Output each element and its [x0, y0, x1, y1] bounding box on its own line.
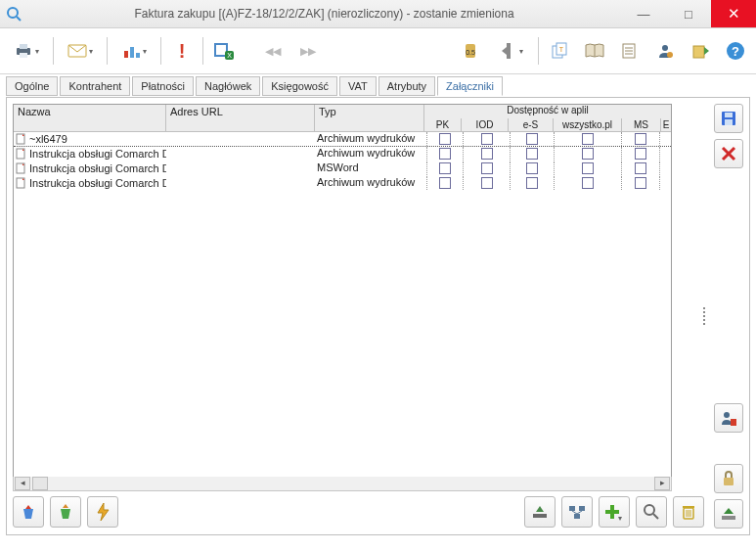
lock-button[interactable]	[714, 464, 743, 493]
table-row[interactable]: Instrukcja obsługi Comarch DArchiwum wyd…	[14, 147, 671, 161]
checkbox[interactable]	[481, 148, 493, 160]
grid-body[interactable]: ~xl6479Archiwum wydrukówInstrukcja obsłu…	[14, 132, 671, 486]
checkbox[interactable]	[635, 148, 646, 160]
checkbox-cell[interactable]	[554, 132, 621, 146]
checkbox-cell[interactable]	[554, 161, 621, 175]
bucket-in-button[interactable]	[13, 496, 44, 528]
dimensions-button[interactable]: 0.5	[456, 36, 485, 66]
checkbox-cell[interactable]	[426, 147, 463, 161]
col-e[interactable]: E	[661, 118, 671, 132]
checkbox[interactable]	[439, 177, 451, 189]
checkbox-cell[interactable]	[426, 132, 463, 146]
checkbox[interactable]	[481, 133, 493, 145]
checkbox[interactable]	[439, 148, 451, 160]
checkbox-cell[interactable]	[554, 176, 621, 190]
table-row[interactable]: ~xl6479Archiwum wydruków	[14, 132, 671, 147]
print-button[interactable]: ▾	[6, 36, 47, 66]
network-button[interactable]	[561, 496, 593, 528]
checkbox[interactable]	[526, 148, 538, 160]
col-ms[interactable]: MS	[622, 118, 661, 132]
col-url[interactable]: Adres URL	[166, 105, 315, 132]
tab-ogolne[interactable]: Ogólne	[6, 76, 58, 96]
bolt-button[interactable]	[87, 496, 118, 528]
nav-prev-button[interactable]: ◀◀	[258, 36, 288, 66]
checkbox-cell[interactable]	[659, 132, 669, 146]
scroll-right-icon[interactable]: ▸	[654, 477, 670, 490]
tab-ksiegowosc[interactable]: Księgowość	[262, 76, 337, 96]
alert-button[interactable]: !	[167, 36, 197, 66]
checkbox[interactable]	[635, 133, 646, 145]
checkbox[interactable]	[635, 177, 646, 189]
col-es[interactable]: e-S	[509, 118, 554, 132]
user-button[interactable]	[650, 36, 680, 66]
tab-kontrahent[interactable]: Kontrahent	[60, 76, 130, 96]
eject-button[interactable]	[714, 499, 743, 529]
mail-button[interactable]: ▾	[60, 36, 101, 66]
notes-button[interactable]	[615, 36, 645, 66]
delete-button[interactable]	[714, 139, 743, 168]
book-button[interactable]	[580, 36, 609, 66]
nav-next-button[interactable]: ▶▶	[293, 36, 323, 66]
tab-naglowek[interactable]: Nagłówek	[196, 76, 260, 96]
checkbox[interactable]	[582, 162, 594, 174]
checkbox-cell[interactable]	[554, 147, 621, 161]
checkbox-cell[interactable]	[463, 132, 509, 146]
table-row[interactable]: Instrukcja obsługi Comarch DArchiwum wyd…	[14, 176, 671, 191]
save-button[interactable]	[714, 104, 743, 133]
col-pk[interactable]: PK	[424, 118, 462, 132]
checkbox-cell[interactable]	[510, 161, 554, 175]
pages-button[interactable]: T	[545, 36, 574, 66]
help-button[interactable]: ?	[721, 36, 750, 66]
checkbox[interactable]	[582, 133, 594, 145]
checkbox-cell[interactable]	[510, 147, 554, 161]
vertical-splitter[interactable]	[702, 102, 706, 530]
checkbox-cell[interactable]	[659, 147, 669, 161]
checkbox-cell[interactable]	[659, 161, 669, 175]
checkbox[interactable]	[582, 177, 594, 189]
checkbox-cell[interactable]	[426, 161, 463, 175]
checkbox-cell[interactable]	[463, 176, 509, 190]
checkbox-cell[interactable]	[659, 176, 669, 190]
checkbox[interactable]	[439, 162, 451, 174]
tab-zalaczniki[interactable]: Załączniki	[437, 76, 503, 96]
checkbox[interactable]	[635, 162, 646, 174]
add-button[interactable]: ▾	[599, 496, 630, 528]
tab-vat[interactable]: VAT	[339, 76, 377, 96]
checkbox-cell[interactable]	[621, 176, 659, 190]
attachments-grid[interactable]: Dostępność w aplil Nazwa Adres URL Typ P…	[13, 104, 672, 487]
checkbox-cell[interactable]	[621, 161, 659, 175]
checkbox-cell[interactable]	[463, 161, 509, 175]
col-nazwa[interactable]: Nazwa	[14, 105, 166, 132]
checkbox[interactable]	[481, 162, 493, 174]
user-settings-button[interactable]	[714, 403, 743, 433]
col-iod[interactable]: IOD	[462, 118, 509, 132]
tab-platnosci[interactable]: Płatności	[132, 76, 194, 96]
minimize-button[interactable]: —	[621, 0, 666, 27]
search-button[interactable]	[636, 496, 667, 528]
checkbox-cell[interactable]	[426, 176, 463, 190]
table-row[interactable]: Instrukcja obsługi Comarch DMSWord	[14, 161, 671, 176]
checkbox[interactable]	[439, 133, 451, 145]
checkbox-cell[interactable]	[510, 132, 554, 146]
checkbox[interactable]	[481, 177, 493, 189]
col-typ[interactable]: Typ	[315, 105, 424, 132]
checkbox-cell[interactable]	[463, 147, 509, 161]
trash-button[interactable]	[673, 496, 704, 528]
export-button[interactable]	[686, 36, 715, 66]
maximize-button[interactable]: □	[666, 0, 711, 27]
split-button[interactable]: ▾	[491, 36, 532, 66]
close-button[interactable]: ✕	[711, 0, 756, 27]
scroll-thumb[interactable]	[32, 477, 48, 490]
tab-atrybuty[interactable]: Atrybuty	[378, 76, 435, 96]
checkbox-cell[interactable]	[510, 176, 554, 190]
chart-button[interactable]: ▾	[113, 36, 155, 66]
checkbox-cell[interactable]	[621, 147, 659, 161]
checkbox[interactable]	[526, 177, 538, 189]
checkbox[interactable]	[582, 148, 594, 160]
scroll-left-icon[interactable]: ◂	[15, 477, 30, 490]
checkbox[interactable]	[526, 133, 538, 145]
bucket-out-button[interactable]	[50, 496, 81, 528]
col-wszystko[interactable]: wszystko.pl	[554, 118, 622, 132]
excel-button[interactable]: X	[209, 36, 239, 66]
checkbox-cell[interactable]	[621, 132, 659, 146]
